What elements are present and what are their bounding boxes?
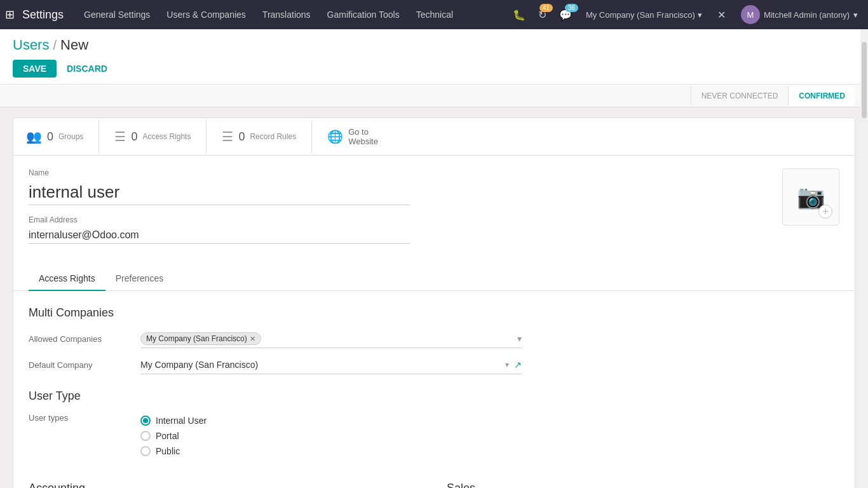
user-name: Mitchell Admin (antony) [764,10,850,20]
form-info-bar: 👥 0 Groups ☰ 0 Access Rights ☰ 0 Record … [13,118,855,156]
sales-title: Sales [447,482,839,488]
allowed-companies-input[interactable]: My Company (San Francisco) ✕ ▾ [140,330,522,348]
form-fields: Name Email Address [29,168,770,254]
name-label: Name [29,168,770,177]
user-types-options: Internal User Portal Public [140,413,522,456]
breadcrumb-area: Users / New SAVE DISCARD [0,29,868,85]
go-to-website-info[interactable]: 🌐 Go toWebsite [312,118,393,155]
radio-portal-label: Portal [156,431,179,441]
access-rights-label: Access Rights [142,132,191,141]
globe-icon: 🌐 [327,129,343,144]
add-photo-icon: + [818,205,832,219]
allowed-companies-dropdown-icon: ▾ [517,334,522,344]
breadcrumb-separator: / [53,38,57,53]
menu-general-settings[interactable]: General Settings [76,6,158,24]
access-rights-icon: ☰ [114,129,126,144]
allowed-companies-row: Allowed Companies My Company (San Franci… [29,330,839,348]
user-type-radio-group: Internal User Portal Public [140,416,522,456]
groups-label: Groups [58,132,83,141]
menu-technical[interactable]: Technical [409,6,461,24]
record-rules-count: 0 [238,130,245,144]
default-company-row: Default Company My Company (San Francisc… [29,356,839,374]
topnav-right: 🐛 ↻ 41 💬 36 My Company (San Francisco) ▾… [509,3,863,27]
tab-bar: Access Rights Preferences [13,267,855,291]
go-to-website-label: Go toWebsite [348,127,378,146]
name-input[interactable] [29,180,410,205]
form-body: Name Email Address 📷 + [13,156,855,267]
menu-users-companies[interactable]: Users & Companies [159,6,254,24]
user-avatar: M [741,5,760,24]
email-input[interactable] [29,227,410,244]
discard-button[interactable]: DISCARD [62,60,112,78]
user-menu[interactable]: M Mitchell Admin (antony) ▾ [736,3,863,27]
email-field-group: Email Address [29,215,770,244]
radio-internal-user-label: Internal User [156,416,207,426]
user-type-title: User Type [29,390,839,403]
app-brand: Settings [22,8,64,22]
menu-gamification-tools[interactable]: Gamification Tools [320,6,407,24]
bottom-sections: Accounting Sales [29,482,839,488]
scrollbar-thumb[interactable] [862,42,867,118]
main-content: 👥 0 Groups ☰ 0 Access Rights ☰ 0 Record … [0,107,868,488]
form-card: 👥 0 Groups ☰ 0 Access Rights ☰ 0 Record … [13,118,855,488]
company-tag-text: My Company (San Francisco) [146,334,247,343]
default-company-label: Default Company [29,360,130,370]
never-connected-status[interactable]: NEVER CONNECTED [691,86,789,105]
name-field-group: Name [29,168,770,205]
user-types-row: User types Internal User Portal [29,413,839,456]
scrollbar[interactable] [860,29,868,488]
default-company-dropdown-icon: ▾ [503,360,512,369]
company-tag: My Company (San Francisco) ✕ [140,332,261,345]
save-button[interactable]: SAVE [13,60,57,78]
breadcrumb-parent[interactable]: Users [13,37,49,53]
message-badge: 36 [565,4,578,12]
avatar-upload[interactable]: 📷 + [782,168,839,226]
groups-info[interactable]: 👥 0 Groups [26,120,99,153]
refresh-icon-button[interactable]: ↻ 41 [534,6,550,24]
status-bar: NEVER CONNECTED CONFIRMED [0,85,868,107]
menu-translations[interactable]: Translations [255,6,318,24]
company-selector[interactable]: My Company (San Francisco) ▾ [581,8,707,22]
allowed-companies-label: Allowed Companies [29,334,130,344]
bug-icon-button[interactable]: 🐛 [509,6,529,24]
radio-internal-user[interactable]: Internal User [140,416,522,426]
top-navigation: ⊞ Settings General Settings Users & Comp… [0,0,868,29]
groups-icon: 👥 [26,129,42,144]
user-dropdown-icon: ▾ [853,10,858,20]
main-menu: General Settings Users & Companies Trans… [76,6,509,24]
breadcrumb-current: New [60,37,88,53]
confirmed-status[interactable]: CONFIRMED [788,86,855,105]
radio-portal-circle [140,431,151,441]
groups-count: 0 [47,130,53,144]
multi-companies-title: Multi Companies [29,306,839,320]
radio-public-circle [140,446,151,456]
tab-content-access-rights: Multi Companies Allowed Companies My Com… [13,291,855,488]
accounting-title: Accounting [29,482,421,488]
radio-public-label: Public [156,446,180,456]
user-types-label: User types [29,413,130,423]
email-label: Email Address [29,215,770,224]
default-company-value: My Company (San Francisco) ▾ ↗ [140,356,522,374]
company-dropdown-icon: ▾ [698,10,702,20]
notification-badge: 41 [539,4,553,12]
radio-internal-user-circle [140,416,151,426]
allowed-companies-value: My Company (San Francisco) ✕ ▾ [140,330,522,348]
radio-public[interactable]: Public [140,446,522,456]
remove-tag-icon[interactable]: ✕ [250,335,255,343]
external-link-icon[interactable]: ↗ [514,360,522,370]
default-company-select[interactable]: My Company (San Francisco) [140,356,503,374]
close-icon[interactable]: ✕ [712,6,731,24]
radio-portal[interactable]: Portal [140,431,522,441]
record-rules-info[interactable]: ☰ 0 Record Rules [207,120,312,153]
record-rules-label: Record Rules [250,132,296,141]
access-rights-count: 0 [131,130,137,144]
grid-icon[interactable]: ⊞ [5,8,15,22]
tab-preferences[interactable]: Preferences [105,267,173,291]
tab-access-rights[interactable]: Access Rights [29,267,105,291]
breadcrumb: Users / New [13,37,855,53]
access-rights-info[interactable]: ☰ 0 Access Rights [99,120,207,153]
record-rules-icon: ☰ [222,129,233,144]
action-buttons: SAVE DISCARD [13,60,855,84]
message-icon-button[interactable]: 💬 36 [555,6,576,24]
company-name: My Company (San Francisco) [586,10,695,20]
